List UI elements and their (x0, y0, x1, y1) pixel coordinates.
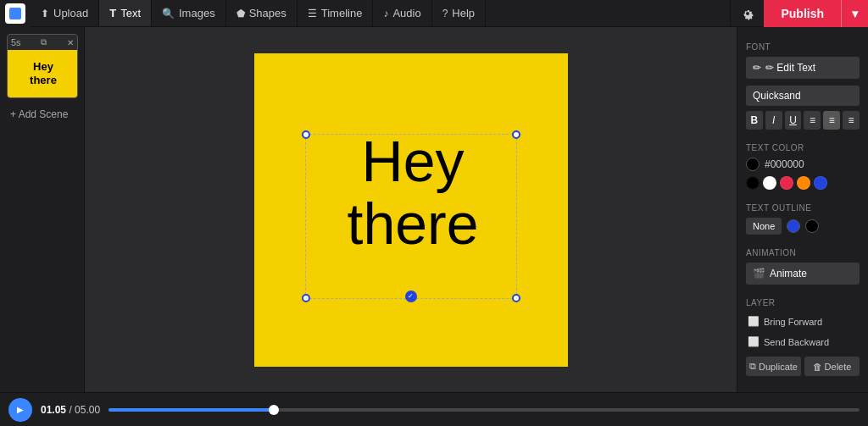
scene-text-preview: Heythere (30, 60, 57, 86)
handle-bottom-center[interactable]: ✓ (405, 290, 417, 302)
align-left-label: ≡ (810, 114, 815, 126)
nav-item-help-label: Help (452, 7, 475, 19)
logo-area (0, 0, 31, 27)
canvas-wrapper: Heythere ✓ (254, 53, 568, 367)
animate-label: Animate (770, 268, 807, 279)
text-icon: T (109, 7, 116, 19)
delete-icon: 🗑 (813, 362, 822, 372)
nav-item-upload-label: Upload (53, 7, 88, 19)
images-icon: 🔍 (162, 8, 175, 19)
swatch-black[interactable] (746, 176, 760, 190)
outline-row: None (746, 218, 860, 235)
text-outline-section-label: TEXT OUTLINE (746, 203, 860, 213)
bring-forward-label: Bring Forward (764, 317, 822, 327)
timeline-icon: ☰ (308, 8, 317, 19)
color-hex-value: #000000 (765, 158, 804, 170)
send-backward-label: Send Backward (764, 337, 829, 347)
logo-box (5, 3, 25, 24)
animate-icon: 🎬 (753, 268, 765, 279)
nav-item-timeline[interactable]: ☰ Timeline (298, 0, 374, 26)
nav-item-help[interactable]: ? Help (432, 0, 486, 26)
nav-item-shapes-label: Shapes (249, 7, 287, 19)
swatch-white[interactable] (763, 176, 776, 190)
help-icon: ? (442, 8, 448, 19)
scrubber-handle[interactable] (269, 405, 279, 415)
canvas-text[interactable]: Heythere (288, 130, 538, 257)
animate-button[interactable]: 🎬 Animate (746, 263, 860, 285)
time-display: 01.05 / 05.00 (41, 404, 100, 416)
right-panel: FONT ✏ ✏ Edit Text Quicksand B I U ≡ ≡ ≡… (737, 27, 868, 392)
font-section-label: FONT (746, 42, 860, 52)
publish-main-label: Publish (764, 0, 841, 27)
font-selector[interactable]: Quicksand (746, 86, 860, 106)
add-scene-label: + Add Scene (10, 108, 68, 120)
swatch-orange[interactable] (797, 176, 810, 190)
outline-swatch-blue[interactable] (787, 219, 800, 233)
color-value-row: #000000 (746, 158, 860, 171)
text-color-section-label: TEXT COLOR (746, 143, 860, 152)
italic-button[interactable]: I (765, 111, 782, 130)
nav-item-text[interactable]: T Text (99, 0, 152, 26)
play-button[interactable]: ▶ (8, 398, 32, 422)
handle-bottom-right[interactable] (512, 294, 520, 302)
nav-item-timeline-label: Timeline (321, 7, 363, 19)
edit-text-button[interactable]: ✏ ✏ Edit Text (746, 57, 860, 79)
nav-item-images[interactable]: 🔍 Images (152, 0, 226, 26)
bold-button[interactable]: B (746, 111, 763, 130)
align-center-label: ≡ (829, 114, 835, 126)
outline-swatch-dark[interactable] (805, 219, 819, 233)
send-backward-button[interactable]: ⬜ Send Backward (746, 333, 860, 351)
swatch-blue[interactable] (814, 176, 827, 190)
color-dot-black[interactable] (746, 158, 760, 171)
align-right-button[interactable]: ≡ (843, 111, 860, 130)
nav-item-audio[interactable]: ♪ Audio (373, 0, 431, 26)
scrubber-fill (108, 408, 274, 412)
bring-forward-button[interactable]: ⬜ Bring Forward (746, 313, 860, 330)
underline-label: U (789, 114, 797, 126)
send-backward-icon: ⬜ (748, 336, 760, 347)
audio-icon: ♪ (383, 8, 388, 19)
color-swatches (746, 176, 860, 190)
publish-button[interactable]: Publish ▾ (764, 0, 868, 27)
canvas-background[interactable]: Heythere ✓ (254, 53, 568, 367)
nav-item-images-label: Images (179, 7, 215, 19)
current-time: 01.05 (41, 404, 66, 416)
bring-forward-icon: ⬜ (748, 316, 760, 327)
action-row: ⧉ Duplicate 🗑 Delete (746, 357, 860, 376)
scrubber-track[interactable] (108, 408, 860, 412)
layer-section-label: LAYER (746, 298, 860, 307)
nav-items: ⬆ Upload T Text 🔍 Images ⬟ Shapes ☰ Time… (31, 0, 486, 26)
duplicate-icon: ⧉ (749, 361, 756, 372)
scene-thumbnail[interactable]: 5s ⧉ ✕ Heythere (7, 34, 78, 98)
scene-header: 5s ⧉ ✕ (8, 35, 77, 50)
settings-button[interactable] (730, 0, 764, 27)
handle-bottom-left[interactable] (302, 294, 310, 302)
delete-label: Delete (825, 362, 852, 372)
duplicate-button[interactable]: ⧉ Duplicate (746, 357, 801, 376)
font-name-display: Quicksand (753, 90, 801, 102)
delete-button[interactable]: 🗑 Delete (804, 357, 860, 376)
outline-none-label: None (753, 221, 775, 231)
swatch-red[interactable] (780, 176, 793, 190)
underline-button[interactable]: U (785, 111, 802, 130)
publish-dropdown-arrow[interactable]: ▾ (841, 0, 868, 27)
align-left-button[interactable]: ≡ (804, 111, 821, 130)
delete-scene-icon: ✕ (67, 38, 74, 47)
animation-section-label: ANIMATION (746, 248, 860, 257)
duplicate-label: Duplicate (759, 362, 798, 372)
edit-text-label: ✏ Edit Text (765, 62, 815, 74)
outline-none-button[interactable]: None (746, 218, 782, 235)
add-scene-button[interactable]: + Add Scene (7, 105, 77, 124)
total-time: 05.00 (75, 404, 100, 416)
top-nav: ⬆ Upload T Text 🔍 Images ⬟ Shapes ☰ Time… (0, 0, 868, 27)
nav-item-text-label: Text (120, 7, 141, 19)
left-panel: 5s ⧉ ✕ Heythere + Add Scene (0, 27, 85, 392)
shapes-icon: ⬟ (236, 8, 245, 19)
align-center-button[interactable]: ≡ (823, 111, 840, 130)
bold-label: B (751, 114, 759, 126)
nav-item-upload[interactable]: ⬆ Upload (31, 0, 99, 26)
align-right-label: ≡ (849, 114, 854, 126)
canvas-area: Heythere ✓ (85, 27, 737, 392)
nav-item-shapes[interactable]: ⬟ Shapes (226, 0, 298, 26)
upload-icon: ⬆ (41, 8, 49, 19)
